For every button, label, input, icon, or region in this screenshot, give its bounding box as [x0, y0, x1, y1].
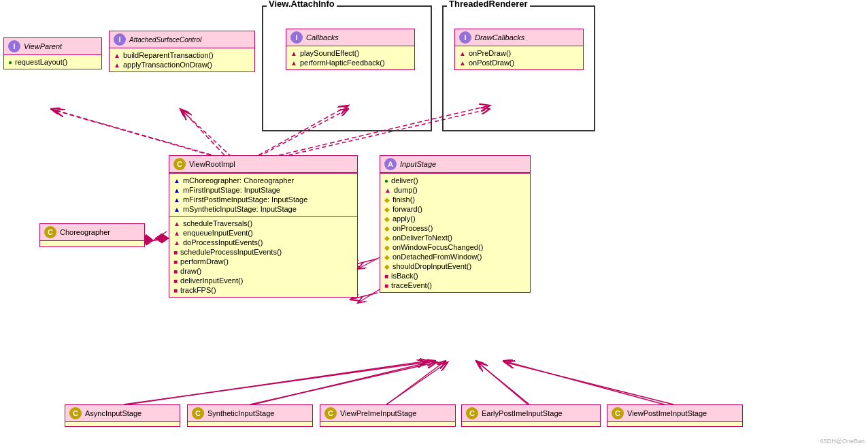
class-inputstage-header: A InputStage — [380, 156, 530, 173]
item-mfirstinputstage: ▲ mFirstInputStage: InputStage — [173, 185, 353, 195]
text-ondelivertonext: onDeliverToNext() — [393, 234, 452, 242]
class-drawcallbacks-body: ▲ onPreDraw() ▲ onPostDraw() — [455, 46, 583, 69]
text-applytransaction: applyTransactionOnDraw() — [123, 61, 212, 69]
class-asyncinputstage-body — [65, 422, 180, 426]
text-enqueueinput: enqueueInputEvent() — [183, 229, 253, 237]
text-finish: finish() — [393, 195, 415, 204]
class-syntheticinputstage: C SyntheticInputStage — [187, 404, 313, 427]
item-onpredraw: ▲ onPreDraw() — [459, 48, 579, 58]
class-asyncinputstage-name: AsyncInputStage — [85, 409, 141, 417]
item-onpostdraw: ▲ onPostDraw() — [459, 58, 579, 67]
item-finish: ◆ finish() — [384, 195, 526, 204]
icon-sq-isback: ■ — [384, 272, 388, 280]
svg-line-0 — [51, 109, 218, 157]
icon-sq-trackfps: ■ — [173, 287, 178, 294]
class-callbacks-name: Callbacks — [306, 33, 339, 42]
item-scheduleprocess: ■ scheduleProcessInputEvents() — [173, 247, 353, 257]
text-performdraw: performDraw() — [180, 257, 229, 266]
icon-sq-performdraw: ■ — [173, 258, 178, 266]
item-trackfps: ■ trackFPS() — [173, 285, 353, 295]
item-enqueueinput: ▲ enqueueInputEvent() — [173, 228, 353, 238]
text-mchoreographer: mChoreographer: Choreographer — [183, 176, 294, 185]
icon-triangle-onpredraw: ▲ — [459, 50, 466, 57]
icon-dia-shoulddrop: ◆ — [384, 263, 390, 270]
icon-sq-deliverinput: ■ — [173, 277, 178, 285]
item-performdraw: ■ performDraw() — [173, 257, 353, 266]
text-buildreparent: buildReparentTransaction() — [123, 51, 214, 59]
item-scheduletraversals: ▲ scheduleTraversals() — [173, 219, 353, 228]
svg-line-17 — [146, 238, 169, 242]
icon-triangle-onpostdraw: ▲ — [459, 59, 466, 67]
item-deliver: ● deliver() — [384, 176, 526, 185]
icon-dia-onprocess: ◆ — [384, 225, 390, 232]
icon-sq-draw: ■ — [173, 268, 178, 275]
item-playsound: ▲ playSoundEffect() — [290, 48, 410, 58]
item-ondetached: ◆ onDetachedFromWindow() — [384, 252, 526, 261]
class-viewpreimeinputstage-body — [320, 422, 455, 426]
class-viewparent-body: ● requestLayout() — [4, 55, 101, 69]
svg-line-4 — [146, 231, 167, 245]
class-inputstage: A InputStage ● deliver() ▲ dump() ◆ fini… — [380, 155, 531, 293]
icon-tri-dump: ▲ — [384, 187, 391, 194]
badge-syntheticinputstage: C — [192, 407, 204, 419]
class-viewrootimpl-fields: ▲ mChoreographer: Choreographer ▲ mFirst… — [169, 173, 357, 216]
class-viewrootimpl-header: C ViewRootImpl — [169, 156, 357, 173]
outer-label-threadedrenderer: ThreadedRenderer — [447, 0, 530, 9]
icon-blue-msyntheticinput: ▲ — [173, 206, 180, 213]
class-earlypostimeinputstage-header: C EarlyPostImeInputStage — [462, 405, 600, 422]
class-earlypostimeinputstage: C EarlyPostImeInputStage — [461, 404, 601, 427]
icon-dia-finish: ◆ — [384, 196, 390, 204]
icon-tri-enqueueinput: ▲ — [173, 229, 180, 237]
class-choreographer-body — [40, 241, 144, 246]
svg-line-19 — [358, 257, 380, 269]
svg-line-9 — [476, 361, 529, 405]
text-requestlayout: requestLayout() — [15, 58, 67, 66]
class-viewparent: I ViewParent ● requestLayout() — [3, 37, 102, 69]
class-callbacks-body: ▲ playSoundEffect() ▲ performHapticFeedb… — [286, 46, 414, 69]
text-onpredraw: onPreDraw() — [469, 49, 511, 57]
svg-marker-18 — [155, 234, 169, 243]
class-choreographer-name: Choreographer — [60, 228, 110, 236]
badge-asyncinputstage: C — [69, 407, 82, 419]
svg-line-23 — [386, 362, 448, 404]
badge-earlypostimeinputstage: C — [466, 407, 478, 419]
text-doprocessinput: doProcessInputEvents() — [183, 238, 263, 246]
diagram-container: View.AttachInfo ThreadedRenderer I ViewP… — [0, 0, 868, 448]
text-traceevent: traceEvent() — [391, 281, 432, 289]
icon-blue-mfirstpostimeinput: ▲ — [173, 196, 180, 204]
icon-dia-apply: ◆ — [384, 215, 390, 223]
text-shoulddrop: shouldDropInputEvent() — [393, 262, 471, 270]
text-performhaptic: performHapticFeedback() — [300, 59, 385, 67]
item-doprocessinput: ▲ doProcessInputEvents() — [173, 238, 353, 247]
class-viewpreimeinputstage: C ViewPreImeInputStage — [320, 404, 456, 427]
item-mfirstpostimeinput: ▲ mFirstPostImeInputStage: InputStage — [173, 195, 353, 204]
class-viewpreimeinputstage-header: C ViewPreImeInputStage — [320, 405, 455, 422]
text-isback: isBack() — [391, 272, 418, 280]
icon-sq-scheduleprocess: ■ — [173, 249, 178, 256]
class-drawcallbacks-name: DrawCallbacks — [475, 33, 524, 42]
class-viewpostimeinputstage-header: C ViewPostImeInputStage — [607, 405, 742, 422]
badge-callbacks: I — [290, 31, 303, 44]
badge-attachedsurfacecontrol: I — [114, 33, 126, 46]
icon-blue-mfirstinput: ▲ — [173, 187, 180, 194]
class-attachedsurfacecontrol: I AttachedSurfaceControl ▲ buildReparent… — [109, 31, 255, 72]
item-buildreparent: ▲ buildReparentTransaction() — [114, 50, 250, 60]
text-ondetached: onDetachedFromWindow() — [393, 253, 482, 261]
icon-circle-green: ● — [8, 59, 12, 66]
icon-triangle-buildreparent: ▲ — [114, 52, 120, 59]
class-earlypostimeinputstage-name: EarlyPostImeInputStage — [482, 409, 563, 417]
class-asyncinputstage-header: C AsyncInputStage — [65, 405, 180, 422]
watermark: 65DH@OneBan — [820, 438, 865, 445]
text-deliver: deliver() — [391, 176, 418, 185]
class-viewparent-header: I ViewParent — [4, 38, 101, 55]
item-isback: ■ isBack() — [384, 271, 526, 281]
class-attachedsurfacecontrol-body: ▲ buildReparentTransaction() ▲ applyTran… — [110, 48, 254, 71]
item-draw: ■ draw() — [173, 266, 353, 276]
class-earlypostimeinputstage-body — [462, 422, 600, 426]
text-trackfps: trackFPS() — [180, 286, 216, 294]
class-syntheticinputstage-name: SyntheticInputStage — [207, 409, 274, 417]
svg-line-13 — [54, 110, 211, 155]
class-viewrootimpl: C ViewRootImpl ▲ mChoreographer: Choreog… — [169, 155, 358, 298]
item-mchoreographer: ▲ mChoreographer: Choreographer — [173, 176, 353, 185]
class-viewpostimeinputstage-body — [607, 422, 742, 426]
